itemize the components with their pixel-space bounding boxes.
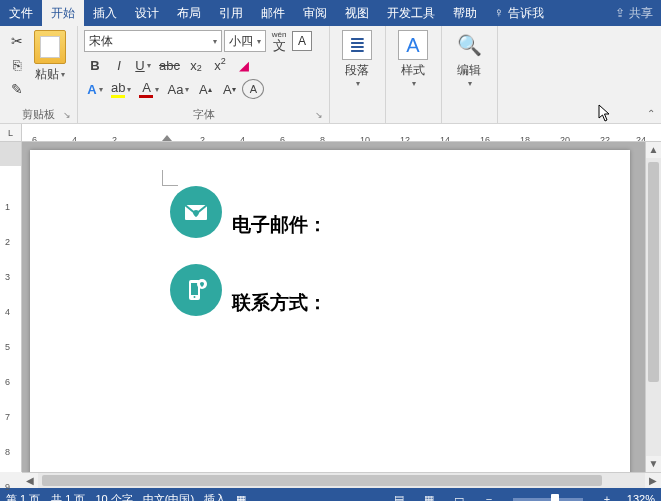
tell-me[interactable]: ♀告诉我: [486, 0, 552, 26]
zoom-value[interactable]: 132%: [627, 493, 655, 501]
copy-button[interactable]: ⎘: [6, 54, 28, 76]
ruler-tick: 4: [5, 307, 10, 317]
tab-help[interactable]: 帮助: [444, 0, 486, 26]
scroll-left-button[interactable]: ◀: [22, 473, 38, 488]
tab-insert[interactable]: 插入: [84, 0, 126, 26]
scroll-right-button[interactable]: ▶: [645, 473, 661, 488]
ruler-tick: 1: [5, 202, 10, 212]
superscript-button[interactable]: x2: [209, 54, 231, 76]
view-print-button[interactable]: ▦: [419, 491, 439, 501]
scroll-thumb[interactable]: [648, 162, 659, 382]
format-painter-button[interactable]: ✎: [6, 78, 28, 100]
tab-design[interactable]: 设计: [126, 0, 168, 26]
phonetic-guide-button[interactable]: wén文: [268, 30, 290, 52]
highlight-button[interactable]: ab▾: [108, 78, 134, 100]
group-font: 宋体▾ 小四▾ wén文 A B I U▾ abc x2 x2 ◢ A▾ ab▾: [78, 26, 330, 123]
indent-marker[interactable]: [162, 133, 172, 143]
group-clipboard-label: 剪贴板: [22, 108, 55, 120]
editing-label: 编辑: [457, 63, 481, 77]
scroll-track[interactable]: [38, 473, 645, 488]
zoom-slider[interactable]: [513, 498, 583, 501]
find-icon: 🔍: [454, 30, 484, 60]
styles-label: 样式: [401, 63, 425, 77]
email-icon: [170, 186, 222, 238]
status-page[interactable]: 第 1 页，共 1 页: [6, 492, 85, 502]
status-words[interactable]: 10 个字: [95, 492, 132, 502]
font-name-combo[interactable]: 宋体▾: [84, 30, 222, 52]
ruler-tick: 3: [5, 272, 10, 282]
ruler-horizontal[interactable]: L 6 4 2 2 4 6 8 10 12 14 16 18 20 22 24: [0, 124, 661, 142]
text-effects-button[interactable]: A▾: [84, 78, 106, 100]
scrollbar-horizontal[interactable]: ◀ ▶: [22, 472, 661, 488]
change-case-button[interactable]: Aa▾: [164, 78, 192, 100]
zoom-out-button[interactable]: −: [479, 491, 499, 501]
bold-button[interactable]: B: [84, 54, 106, 76]
tell-me-label: 告诉我: [508, 0, 544, 26]
character-border-button[interactable]: A: [292, 31, 312, 51]
tab-home[interactable]: 开始: [42, 0, 84, 26]
scroll-up-button[interactable]: ▲: [646, 142, 661, 158]
font-size-value: 小四: [229, 33, 253, 50]
clear-formatting-button[interactable]: ◢: [233, 54, 255, 76]
paste-label: 粘贴: [35, 66, 59, 83]
ruler-tick: 4: [72, 135, 77, 143]
macro-icon[interactable]: ▦: [236, 493, 246, 502]
scroll-thumb[interactable]: [42, 475, 602, 486]
ruler-vertical[interactable]: 1 2 3 4 5 6 7 8 9: [0, 142, 22, 472]
scrollbar-vertical[interactable]: ▲ ▼: [645, 142, 661, 472]
group-font-label: 字体: [193, 108, 215, 120]
contact-icon: [170, 264, 222, 316]
italic-button[interactable]: I: [108, 54, 130, 76]
underline-button[interactable]: U▾: [132, 54, 154, 76]
paragraph-button[interactable]: ≣段落▾: [334, 28, 380, 107]
status-bar: 第 1 页，共 1 页 10 个字 中文(中国) 插入 ▦ ▤ ▦ ▭ − + …: [0, 488, 661, 501]
zoom-thumb[interactable]: [551, 494, 559, 502]
menu-tabs: 文件 开始 插入 设计 布局 引用 邮件 审阅 视图 开发工具 帮助 ♀告诉我 …: [0, 0, 661, 26]
styles-button[interactable]: A样式▾: [390, 28, 436, 107]
shrink-font-button[interactable]: A▾: [218, 78, 240, 100]
font-size-combo[interactable]: 小四▾: [224, 30, 266, 52]
ruler-tick: 14: [440, 135, 450, 143]
enclose-characters-button[interactable]: A: [242, 79, 264, 99]
status-mode[interactable]: 插入: [204, 492, 226, 502]
paste-icon: [34, 30, 66, 64]
tab-mail[interactable]: 邮件: [252, 0, 294, 26]
paste-button[interactable]: 粘贴▾: [30, 28, 70, 107]
ruler-tick: 2: [112, 135, 117, 143]
tab-references[interactable]: 引用: [210, 0, 252, 26]
document-area[interactable]: 电子邮件： 联系方式：: [22, 142, 645, 472]
page[interactable]: 电子邮件： 联系方式：: [30, 150, 630, 472]
ruler-tick: 24: [636, 135, 646, 143]
ruler-tick: 8: [5, 447, 10, 457]
subscript-button[interactable]: x2: [185, 54, 207, 76]
cut-button[interactable]: ✂: [6, 30, 28, 52]
tab-dev[interactable]: 开发工具: [378, 0, 444, 26]
font-color-button[interactable]: A▾: [136, 78, 162, 100]
scroll-down-button[interactable]: ▼: [646, 456, 661, 472]
view-web-button[interactable]: ▭: [449, 491, 469, 501]
scroll-track[interactable]: [646, 158, 661, 456]
chevron-down-icon: ▾: [213, 37, 217, 46]
ruler-tick: 8: [320, 135, 325, 143]
tab-file[interactable]: 文件: [0, 0, 42, 26]
share-button[interactable]: ⇪共享: [607, 0, 661, 26]
ruler-tick: 7: [5, 412, 10, 422]
group-editing: 🔍编辑▾: [442, 26, 498, 123]
status-language[interactable]: 中文(中国): [143, 492, 194, 502]
svg-rect-2: [191, 283, 198, 295]
tab-review[interactable]: 审阅: [294, 0, 336, 26]
view-read-button[interactable]: ▤: [389, 491, 409, 501]
tab-view[interactable]: 视图: [336, 0, 378, 26]
collapse-ribbon-button[interactable]: ⌃: [647, 108, 655, 119]
strikethrough-button[interactable]: abc: [156, 54, 183, 76]
workspace: 1 2 3 4 5 6 7 8 9 电子邮件： 联系方式： ▲: [0, 142, 661, 472]
tab-layout[interactable]: 布局: [168, 0, 210, 26]
font-launcher[interactable]: ↘: [315, 108, 323, 122]
ruler-tick: 4: [240, 135, 245, 143]
zoom-in-button[interactable]: +: [597, 491, 617, 501]
editing-button[interactable]: 🔍编辑▾: [446, 28, 492, 107]
grow-font-button[interactable]: A▴: [194, 78, 216, 100]
clipboard-launcher[interactable]: ↘: [63, 108, 71, 122]
ruler-corner[interactable]: L: [0, 124, 22, 141]
group-paragraph: ≣段落▾: [330, 26, 386, 123]
